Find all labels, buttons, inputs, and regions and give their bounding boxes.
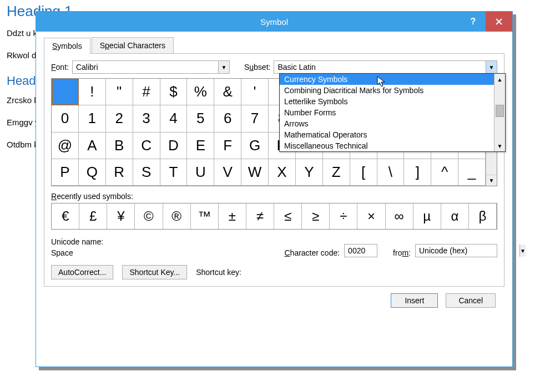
recent-symbol-cell[interactable]: ® — [163, 203, 191, 229]
character-cell[interactable]: 0 — [52, 105, 79, 132]
font-combo[interactable]: ▼ — [72, 60, 230, 74]
character-cell[interactable]: ^ — [431, 159, 458, 186]
character-cell[interactable]: Y — [296, 159, 323, 186]
subset-option[interactable]: Currency Symbols — [280, 74, 494, 85]
recent-symbol-cell[interactable]: µ — [413, 203, 441, 229]
character-cell[interactable]: Q — [79, 159, 106, 186]
tab-symbols[interactable]: Symbols — [44, 38, 90, 54]
recent-symbol-cell[interactable]: © — [135, 203, 163, 229]
recent-symbol-cell[interactable]: ≥ — [302, 203, 330, 229]
from-dropdown-button[interactable]: ▼ — [519, 245, 526, 257]
recent-symbol-cell[interactable]: ™ — [191, 203, 219, 229]
dropdown-scrollbar[interactable]: ▲ ▼ — [494, 74, 505, 151]
close-button[interactable] — [486, 12, 512, 32]
recent-symbol-cell[interactable]: α — [441, 203, 469, 229]
from-input[interactable] — [416, 245, 519, 257]
scroll-down-button[interactable]: ▼ — [486, 175, 497, 186]
character-cell[interactable]: 5 — [187, 105, 214, 132]
character-cell[interactable]: 1 — [79, 105, 106, 132]
subset-label: Subset: — [244, 63, 271, 72]
from-combo[interactable]: ▼ — [415, 244, 497, 257]
dropdown-scroll-track[interactable] — [495, 85, 505, 140]
cancel-button[interactable]: Cancel — [446, 293, 496, 308]
unicode-name-value: Space — [51, 248, 103, 257]
close-icon — [496, 18, 502, 25]
subset-dropdown-list[interactable]: Currency SymbolsCombining Diacritical Ma… — [279, 73, 506, 152]
character-cell[interactable]: 7 — [241, 105, 269, 132]
subset-option[interactable]: Letterlike Symbols — [280, 96, 494, 107]
from-label: from: — [393, 248, 411, 257]
character-cell[interactable]: ' — [241, 79, 269, 105]
character-cell[interactable]: T — [160, 159, 188, 186]
character-cell[interactable]: B — [106, 133, 133, 159]
dialog-titlebar: Symbol ? — [36, 12, 512, 32]
character-cell[interactable]: D — [160, 133, 188, 159]
character-cell[interactable]: 6 — [214, 105, 241, 132]
recent-symbol-cell[interactable]: ≠ — [246, 203, 274, 229]
recent-symbols-row[interactable]: €£¥©®™±≠≤≥÷×∞µαβ — [51, 203, 497, 230]
dropdown-scroll-up[interactable]: ▲ — [495, 74, 505, 85]
font-input[interactable] — [73, 61, 218, 73]
charcode-label: Character code: — [284, 248, 340, 257]
character-cell[interactable]: U — [187, 159, 214, 186]
recent-symbol-cell[interactable]: € — [52, 203, 79, 229]
character-cell[interactable]: ] — [404, 159, 431, 186]
recent-symbol-cell[interactable]: ¥ — [107, 203, 135, 229]
recent-symbol-cell[interactable]: ± — [219, 203, 246, 229]
subset-option[interactable]: Mathematical Operators — [280, 129, 494, 140]
character-cell[interactable]: Z — [323, 159, 350, 186]
subset-combo[interactable]: ▼ — [274, 60, 497, 74]
character-cell[interactable]: $ — [160, 79, 188, 105]
character-cell[interactable]: X — [269, 159, 296, 186]
dialog-button-row: Insert Cancel — [44, 287, 504, 308]
character-cell[interactable]: 3 — [133, 105, 160, 132]
character-cell[interactable]: @ — [52, 133, 79, 159]
character-cell[interactable]: 4 — [160, 105, 188, 132]
subset-dropdown-button[interactable]: ▼ — [486, 61, 497, 73]
character-cell[interactable]: A — [79, 133, 106, 159]
autocorrect-button[interactable]: AutoCorrect... — [51, 265, 113, 279]
recent-label: Recently used symbols: — [51, 192, 497, 201]
character-cell[interactable]: R — [106, 159, 133, 186]
subset-option[interactable]: Number Forms — [280, 107, 494, 118]
symbol-dialog: Symbol ? Symbols Special Characters Font… — [36, 11, 513, 367]
character-cell[interactable]: W — [241, 159, 269, 186]
subset-option[interactable]: Miscellaneous Technical — [280, 140, 494, 151]
unicode-name-label: Unicode name: — [51, 237, 103, 246]
character-cell[interactable]: # — [133, 79, 160, 105]
character-cell[interactable]: G — [241, 133, 269, 159]
insert-button[interactable]: Insert — [391, 293, 438, 308]
help-button[interactable]: ? — [461, 12, 486, 32]
recent-symbol-cell[interactable]: ÷ — [330, 203, 357, 229]
character-cell[interactable]: % — [187, 79, 214, 105]
character-cell[interactable]: C — [133, 133, 160, 159]
font-dropdown-button[interactable]: ▼ — [218, 61, 229, 73]
subset-option[interactable]: Arrows — [280, 118, 494, 129]
character-cell[interactable]: V — [214, 159, 241, 186]
dialog-body: Symbols Special Characters Font: ▼ Subse… — [36, 32, 512, 366]
character-cell[interactable]: P — [52, 159, 79, 186]
recent-symbol-cell[interactable]: × — [357, 203, 385, 229]
tab-special-characters[interactable]: Special Characters — [92, 37, 174, 53]
character-cell[interactable]: E — [187, 133, 214, 159]
recent-symbol-cell[interactable]: ≤ — [274, 203, 302, 229]
character-cell[interactable]: \ — [377, 159, 405, 186]
subset-input[interactable] — [274, 61, 486, 73]
character-cell[interactable]: S — [133, 159, 160, 186]
recent-symbol-cell[interactable]: ∞ — [386, 203, 413, 229]
character-cell[interactable]: F — [214, 133, 241, 159]
charcode-input[interactable] — [344, 244, 377, 257]
character-cell[interactable]: 2 — [106, 105, 133, 132]
subset-option[interactable]: Combining Diacritical Marks for Symbols — [280, 85, 494, 96]
recent-symbol-cell[interactable]: β — [469, 203, 497, 229]
character-cell[interactable]: & — [214, 79, 241, 105]
dropdown-scroll-thumb[interactable] — [496, 105, 504, 117]
dropdown-scroll-down[interactable]: ▼ — [495, 140, 505, 151]
character-cell[interactable]: " — [106, 79, 133, 105]
character-cell[interactable] — [52, 79, 79, 105]
shortcut-key-button[interactable]: Shortcut Key... — [122, 265, 187, 279]
character-cell[interactable]: ! — [79, 79, 106, 105]
recent-symbol-cell[interactable]: £ — [79, 203, 107, 229]
character-cell[interactable]: _ — [458, 159, 486, 186]
character-cell[interactable]: [ — [350, 159, 377, 186]
